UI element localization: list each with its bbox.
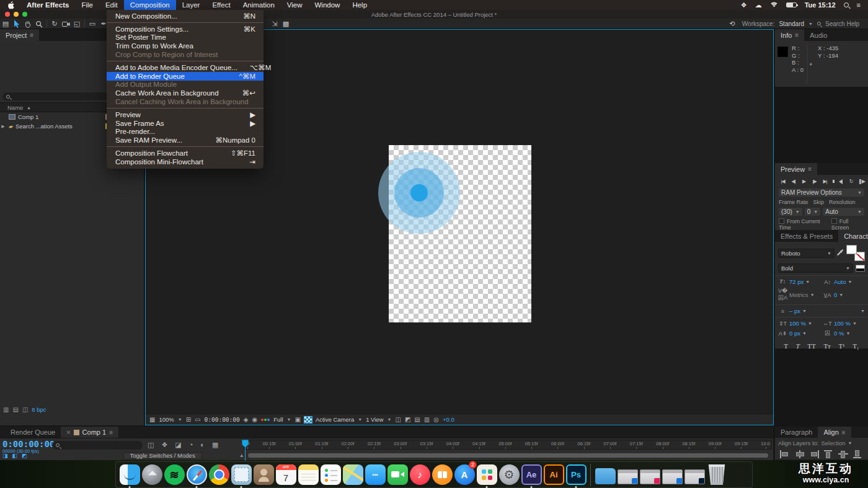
toggle-switches-modes-button[interactable]: Toggle Switches / Modes [123,452,202,459]
panel-menu-icon[interactable]: ≡ [30,32,33,38]
eyedropper-icon[interactable] [837,249,844,257]
dock-app-store[interactable]: 2 [454,463,475,487]
workspace-value[interactable]: Standard [779,20,804,27]
draft-3d-icon[interactable]: ❖ [161,441,167,449]
menu-item-new-composition[interactable]: New Composition...⌘N [107,12,264,20]
expand-arrow-icon[interactable]: ▶ [0,124,6,129]
comp-mini-flowchart-icon[interactable]: ◫ [148,441,154,449]
apple-menu[interactable] [0,1,20,9]
wifi-icon[interactable] [770,1,778,9]
menu-item-preview[interactable]: Preview▶ [107,110,264,119]
tab-paragraph[interactable]: Paragraph [775,427,818,438]
dock-slack[interactable] [476,463,497,487]
hide-shy-layers-icon[interactable]: ◪ [175,441,181,449]
dock-reminders[interactable] [320,463,341,487]
menubar-item-window[interactable]: Window [309,0,347,10]
camera-tool[interactable] [60,20,71,27]
expand-layer-switches-icon[interactable]: ◨ [2,453,8,459]
flowchart-button-icon[interactable]: ▥ [424,416,430,423]
fast-previews-icon[interactable]: ◩ [405,416,410,423]
tab-info[interactable]: Info≡ [775,29,804,41]
panel-menu-icon[interactable]: ≡ [808,166,812,172]
menubar-item-layer[interactable]: Layer [176,0,206,10]
snapshot-icon[interactable]: ◈ [244,416,249,423]
show-snapshot-icon[interactable]: ◉ [252,416,257,423]
dock-mail[interactable] [231,463,252,487]
axis-mode-icon[interactable]: ⇲ [269,20,280,28]
menubar-clock[interactable]: Tue 15:12 [805,1,836,9]
panel-menu-icon[interactable]: ≡ [842,429,846,436]
target-region-icon[interactable]: ▣ [294,416,300,423]
transparency-grid-icon[interactable] [304,417,312,423]
menubar-item-view[interactable]: View [281,0,309,10]
align-right-button[interactable] [809,450,819,458]
menu-item-composition-mini-flowchart[interactable]: Composition Mini-Flowchart⇥ [107,157,264,166]
dock-maps[interactable] [342,463,363,487]
motion-blur-icon[interactable]: ◐ [200,441,205,449]
first-frame-button[interactable]: |◀ [779,178,787,185]
close-tab-icon[interactable]: × [66,428,70,436]
skip-dropdown[interactable]: 0▼ [805,208,821,216]
rectangle-tool[interactable]: ▭ [87,20,98,28]
sync-settings-icon[interactable]: ⟲ [727,20,738,28]
dock-minimized-window-2[interactable] [639,463,660,487]
font-style-dropdown[interactable]: Bold▼ [778,264,853,273]
dock-launchpad[interactable] [141,463,162,487]
ram-preview-options-dropdown[interactable]: RAM Preview Options▼ [779,189,864,197]
menu-item-pre-render[interactable]: Pre-render... [107,128,264,136]
kerning-value[interactable]: Metrics [789,291,808,298]
exposure-value[interactable]: +0.0 [443,416,454,423]
font-size-value[interactable]: 72 px [789,278,804,285]
align-layers-value[interactable]: Selection [821,440,845,446]
subscript-button[interactable]: T₁ [852,342,859,350]
hand-tool[interactable] [22,19,33,27]
dock-folder[interactable] [595,463,616,487]
dock-facetime[interactable] [387,463,408,487]
dock-messages[interactable] [365,463,386,487]
small-caps-button[interactable]: Tᴛ [823,342,831,350]
full-screen-checkbox[interactable]: Full Screen [831,218,864,231]
expand-time-stretch-icon[interactable]: ◩ [22,453,27,459]
ram-preview-button[interactable]: ❚▶ [857,178,866,185]
all-caps-button[interactable]: TT [807,342,815,350]
menu-item-save-ram-preview[interactable]: Save RAM Preview...⌘Numpad 0 [107,136,264,144]
panel-menu-icon[interactable]: ≡ [109,429,113,436]
dock-illustrator[interactable]: Ai [543,463,564,487]
resolution-value[interactable]: Full [273,416,283,423]
search-help-input[interactable]: Search Help [825,20,859,27]
viewer-timecode[interactable]: 0:00:00:00 [205,416,240,423]
align-left-button[interactable] [780,450,790,458]
frame-blending-icon[interactable]: ◔ [189,441,193,449]
pixel-aspect-icon[interactable]: ◫ [395,416,401,423]
magnification-value[interactable]: 100% [159,416,174,423]
play-button[interactable]: ▶ [800,178,808,185]
new-composition-icon[interactable]: ◫ [22,406,28,413]
dock-itunes[interactable] [409,463,430,487]
audio-toggle[interactable] [836,178,844,185]
view-layout-value-arrow[interactable]: ▼ [387,417,391,422]
dock-ibooks[interactable] [432,463,453,487]
menubar-item-edit[interactable]: Edit [99,0,124,10]
leading-value[interactable]: Auto [834,278,846,285]
previous-frame-button[interactable]: ◀| [789,178,797,185]
horizontal-scale-value[interactable]: 100 % [834,320,851,327]
dock-safari[interactable] [186,463,207,487]
magnification-grid-icon[interactable]: ▦ [149,416,155,423]
dock-minimized-window-1[interactable] [617,463,638,487]
menu-item-add-to-render-queue[interactable]: Add to Render Queue^⌘M [107,72,264,81]
menu-item-add-to-adobe-media-encoder-queue[interactable]: Add to Adobe Media Encoder Queue...⌥⌘M [107,63,264,72]
align-grid-icon[interactable]: ▩ [280,20,291,28]
dock-spotify[interactable] [164,463,185,487]
tab-render-queue[interactable]: Render Queue [5,427,61,438]
dock-minimized-window-3[interactable] [662,463,683,487]
fill-stroke-swatches[interactable] [846,245,865,261]
menubar-item-composition[interactable]: Composition [124,0,176,10]
composition-canvas[interactable] [389,145,531,322]
dock-finder[interactable] [119,463,140,487]
tab-effects-presets[interactable]: Effects & Presets [775,230,838,242]
dock-minimized-window-4[interactable] [684,463,705,487]
interpret-footage-icon[interactable]: ▥ [3,406,9,413]
exposure-icon[interactable]: ◎ [433,416,439,423]
dock-system-preferences[interactable] [498,463,520,487]
dock-after-effects[interactable]: Ae [521,463,542,487]
